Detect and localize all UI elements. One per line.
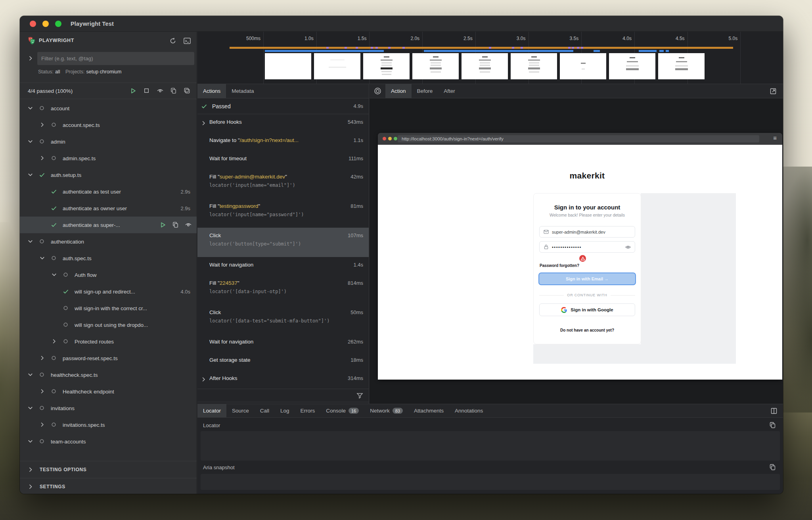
- aria-snapshot-editor[interactable]: [201, 474, 780, 490]
- tab-console[interactable]: Console16: [320, 404, 364, 417]
- tab-annotations[interactable]: Annotations: [449, 404, 488, 417]
- action-row-click[interactable]: Click50mslocator('[data-test="submit-mfa…: [197, 305, 369, 334]
- action-row-fill-224537[interactable]: Fill "224537"814mslocator('[data-input-o…: [197, 275, 369, 305]
- chevron-down-icon[interactable]: [27, 238, 34, 245]
- chevron-right-icon[interactable]: [39, 355, 46, 362]
- tab-metadata[interactable]: Metadata: [226, 84, 259, 98]
- tab-source[interactable]: Source: [226, 404, 255, 417]
- chevron-down-icon[interactable]: [27, 171, 34, 178]
- tree-item-will-sign-out-using-the-dropdo[interactable]: will sign out using the dropdo...: [20, 317, 197, 333]
- row-play-icon[interactable]: [159, 221, 167, 228]
- filter-funnel-icon[interactable]: [356, 392, 363, 399]
- chevron-right-icon[interactable]: [39, 121, 46, 129]
- chevron-down-icon[interactable]: [27, 371, 34, 378]
- expand-all-icon[interactable]: [184, 87, 191, 95]
- locator-editor[interactable]: [201, 431, 780, 461]
- filmstrip-thumbnail[interactable]: [265, 53, 311, 79]
- chevron-down-icon[interactable]: [51, 271, 58, 278]
- tree-item-account[interactable]: account: [20, 100, 197, 117]
- filmstrip-thumbnail[interactable]: [511, 53, 557, 79]
- filter-input[interactable]: [37, 52, 194, 65]
- filmstrip-thumbnail[interactable]: [363, 53, 410, 79]
- tab-call[interactable]: Call: [255, 404, 275, 417]
- chevron-right-icon[interactable]: [39, 388, 46, 395]
- trace-timeline[interactable]: 500ms1.0s1.5s2.0s2.5s3.0s3.5s4.0s4.5s5.0…: [197, 32, 783, 84]
- action-row-navigate-to-auth-sign-in-next-aut[interactable]: Navigate to "/auth/sign-in?next=/aut...1…: [197, 132, 369, 151]
- tab-log[interactable]: Log: [275, 404, 295, 417]
- tree-item-admin-spec-ts[interactable]: admin.spec.ts: [20, 150, 197, 167]
- chevron-down-icon[interactable]: [39, 255, 46, 262]
- tree-item-invitations[interactable]: invitations: [20, 400, 197, 416]
- tree-item-will-sign-up-and-redirect[interactable]: will sign-up and redirect...4.0s: [20, 283, 197, 300]
- action-row-fill-testingpassword[interactable]: Fill "testingpassword"81mslocator('input…: [197, 198, 369, 228]
- tab-action[interactable]: Action: [385, 84, 412, 98]
- tree-item-account-spec-ts[interactable]: account.spec.ts: [20, 117, 197, 133]
- screenshot-browser-frame[interactable]: http://localhost:3000/auth/sign-in?next=…: [378, 133, 782, 380]
- sidebar-section-testing-options[interactable]: TESTING OPTIONS: [20, 461, 197, 478]
- tree-item-will-sign-in-with-the-correct-cr[interactable]: will sign-in with the correct cr...: [20, 300, 197, 317]
- action-row-click[interactable]: Click107mslocator('button[type="submit"]…: [197, 228, 369, 257]
- sidebar-section-settings[interactable]: SETTINGS: [20, 478, 197, 494]
- stop-button[interactable]: [143, 87, 151, 95]
- filmstrip-thumbnail[interactable]: [462, 53, 508, 79]
- filmstrip-thumbnail[interactable]: [658, 53, 705, 79]
- chevron-right-icon[interactable]: [200, 376, 207, 382]
- close-window-button[interactable]: [30, 21, 36, 27]
- copy-icon[interactable]: [769, 422, 776, 428]
- action-row-wait-for-navigation[interactable]: Wait for navigation1.4s: [197, 257, 369, 275]
- tree-item-authenticate-as-owner-user[interactable]: authenticate as owner user2.9s: [20, 200, 197, 217]
- filmstrip-thumbnail[interactable]: [314, 53, 360, 79]
- reload-tests-icon[interactable]: [169, 37, 177, 45]
- terminal-icon[interactable]: [183, 37, 191, 45]
- row-eye-icon[interactable]: [185, 221, 192, 228]
- tree-item-password-reset-spec-ts[interactable]: password-reset.spec.ts: [20, 350, 197, 366]
- action-row-get-storage-state[interactable]: Get storage state18ms: [197, 352, 369, 370]
- chevron-right-icon[interactable]: [200, 120, 207, 126]
- chevron-right-icon[interactable]: [39, 421, 46, 428]
- action-row-before-hooks[interactable]: Before Hooks543ms: [197, 114, 369, 132]
- tree-item-team-accounts[interactable]: team-accounts: [20, 433, 197, 450]
- open-external-icon[interactable]: [770, 88, 777, 95]
- filmstrip-thumbnail[interactable]: [560, 53, 606, 79]
- tree-item-healthcheck-spec-ts[interactable]: healthcheck.spec.ts: [20, 366, 197, 383]
- chevron-right-icon[interactable]: [27, 55, 34, 62]
- tree-item-authenticate-as-test-user[interactable]: authenticate as test user2.9s: [20, 183, 197, 200]
- maximize-window-button[interactable]: [55, 21, 61, 27]
- chevron-down-icon[interactable]: [27, 138, 34, 145]
- copy-icon[interactable]: [769, 464, 776, 470]
- run-all-button[interactable]: [130, 87, 137, 95]
- tree-item-authentication[interactable]: authentication: [20, 233, 197, 250]
- tab-after[interactable]: After: [438, 84, 461, 98]
- tree-item-auth-setup-ts[interactable]: auth.setup.ts: [20, 167, 197, 183]
- tab-errors[interactable]: Errors: [295, 404, 321, 417]
- watch-all-icon[interactable]: [157, 87, 164, 95]
- action-row-fill-super-admin-makerkit-dev[interactable]: Fill "super-admin@makerkit.dev"42mslocat…: [197, 169, 369, 198]
- filter-status-line[interactable]: Status:all Projects:setup chromium: [38, 69, 126, 75]
- action-row-wait-for-navigation[interactable]: Wait for navigation262ms: [197, 334, 369, 352]
- action-row-after-hooks[interactable]: After Hooks314ms: [197, 370, 369, 389]
- filmstrip-thumbnail[interactable]: [609, 53, 655, 79]
- tree-item-authenticate-as-super[interactable]: authenticate as super-...: [20, 217, 197, 233]
- tree-item-admin[interactable]: admin: [20, 133, 197, 150]
- row-copy-icon[interactable]: [172, 221, 179, 228]
- chevron-down-icon[interactable]: [27, 105, 34, 112]
- tree-item-auth-spec-ts[interactable]: auth.spec.ts: [20, 250, 197, 267]
- tree-item-healthcheck-endpoint[interactable]: Healthcheck endpoint: [20, 383, 197, 400]
- tab-network[interactable]: Network83: [364, 404, 408, 417]
- pick-locator-target-icon[interactable]: [374, 87, 381, 95]
- tab-actions[interactable]: Actions: [197, 84, 226, 98]
- minimize-window-button[interactable]: [42, 21, 49, 27]
- tree-item-protected-routes[interactable]: Protected routes: [20, 333, 197, 350]
- split-view-icon[interactable]: [770, 407, 778, 414]
- action-row-wait-for-timeout[interactable]: Wait for timeout111ms: [197, 151, 369, 169]
- tab-locator[interactable]: Locator: [197, 404, 226, 417]
- chevron-right-icon[interactable]: [39, 155, 46, 162]
- tree-item-invitations-spec-ts[interactable]: invitations.spec.ts: [20, 416, 197, 433]
- tab-attachments[interactable]: Attachments: [408, 404, 449, 417]
- filmstrip-thumbnail[interactable]: [412, 53, 459, 79]
- tree-item-auth-flow[interactable]: Auth flow: [20, 267, 197, 283]
- chevron-down-icon[interactable]: [27, 438, 34, 445]
- collapse-all-icon[interactable]: [170, 87, 178, 95]
- chevron-right-icon[interactable]: [51, 338, 58, 345]
- tab-before[interactable]: Before: [412, 84, 439, 98]
